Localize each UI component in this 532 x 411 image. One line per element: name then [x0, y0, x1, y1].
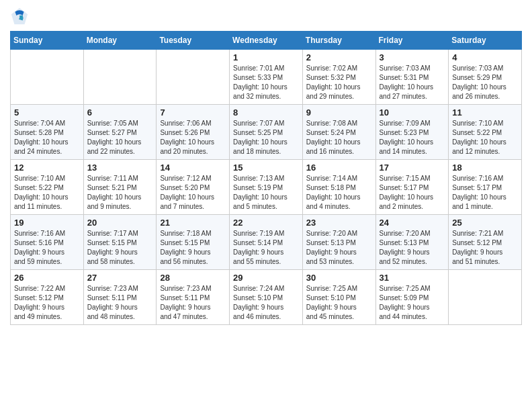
day-number: 29	[233, 273, 299, 283]
calendar-cell: 30Sunrise: 7:25 AM Sunset: 5:10 PM Dayli…	[302, 270, 375, 325]
day-info: Sunrise: 7:14 AM Sunset: 5:18 PM Dayligh…	[306, 174, 372, 212]
calendar-cell: 26Sunrise: 7:22 AM Sunset: 5:12 PM Dayli…	[11, 270, 84, 325]
day-number: 19	[14, 218, 80, 228]
day-number: 2	[306, 52, 372, 62]
calendar-cell: 18Sunrise: 7:16 AM Sunset: 5:17 PM Dayli…	[449, 160, 522, 215]
day-info: Sunrise: 7:23 AM Sunset: 5:11 PM Dayligh…	[160, 284, 226, 322]
calendar-cell: 17Sunrise: 7:15 AM Sunset: 5:17 PM Dayli…	[375, 160, 449, 215]
day-number: 23	[306, 218, 372, 228]
calendar-cell	[11, 50, 84, 105]
day-info: Sunrise: 7:03 AM Sunset: 5:31 PM Dayligh…	[380, 64, 445, 101]
day-number: 15	[233, 163, 299, 173]
day-info: Sunrise: 7:09 AM Sunset: 5:23 PM Dayligh…	[380, 119, 445, 156]
calendar-week-row: 12Sunrise: 7:10 AM Sunset: 5:22 PM Dayli…	[11, 160, 522, 215]
calendar-table: SundayMondayTuesdayWednesdayThursdayFrid…	[10, 31, 522, 325]
logo	[10, 7, 32, 26]
day-info: Sunrise: 7:16 AM Sunset: 5:16 PM Dayligh…	[14, 229, 80, 267]
day-number: 13	[87, 163, 153, 173]
calendar-cell: 19Sunrise: 7:16 AM Sunset: 5:16 PM Dayli…	[11, 215, 84, 270]
day-info: Sunrise: 7:01 AM Sunset: 5:33 PM Dayligh…	[233, 64, 299, 101]
day-number: 17	[380, 163, 445, 173]
day-info: Sunrise: 7:08 AM Sunset: 5:24 PM Dayligh…	[306, 119, 372, 156]
day-info: Sunrise: 7:02 AM Sunset: 5:32 PM Dayligh…	[306, 64, 372, 101]
weekday-header-thursday: Thursday	[302, 32, 375, 50]
weekday-header-row: SundayMondayTuesdayWednesdayThursdayFrid…	[11, 32, 522, 50]
weekday-header-tuesday: Tuesday	[157, 32, 230, 50]
day-info: Sunrise: 7:11 AM Sunset: 5:21 PM Dayligh…	[87, 174, 153, 212]
calendar-cell: 21Sunrise: 7:18 AM Sunset: 5:15 PM Dayli…	[157, 215, 230, 270]
day-info: Sunrise: 7:15 AM Sunset: 5:17 PM Dayligh…	[380, 174, 445, 212]
weekday-header-saturday: Saturday	[449, 32, 522, 50]
day-number: 1	[233, 52, 299, 62]
calendar-cell: 13Sunrise: 7:11 AM Sunset: 5:21 PM Dayli…	[83, 160, 157, 215]
day-number: 27	[87, 273, 153, 283]
day-number: 11	[452, 107, 518, 118]
calendar-cell	[449, 270, 522, 325]
day-number: 7	[160, 107, 226, 118]
calendar-week-row: 19Sunrise: 7:16 AM Sunset: 5:16 PM Dayli…	[11, 215, 522, 270]
header	[10, 7, 522, 26]
day-number: 24	[380, 218, 445, 228]
calendar-cell: 10Sunrise: 7:09 AM Sunset: 5:23 PM Dayli…	[375, 105, 449, 160]
calendar-cell: 4Sunrise: 7:03 AM Sunset: 5:29 PM Daylig…	[449, 50, 522, 105]
calendar-cell	[83, 50, 157, 105]
calendar-cell: 27Sunrise: 7:23 AM Sunset: 5:11 PM Dayli…	[83, 270, 157, 325]
calendar-cell: 29Sunrise: 7:24 AM Sunset: 5:10 PM Dayli…	[230, 270, 303, 325]
day-info: Sunrise: 7:16 AM Sunset: 5:17 PM Dayligh…	[452, 174, 518, 212]
day-number: 9	[306, 107, 372, 118]
day-number: 3	[380, 52, 445, 62]
day-info: Sunrise: 7:18 AM Sunset: 5:15 PM Dayligh…	[160, 229, 226, 267]
day-info: Sunrise: 7:07 AM Sunset: 5:25 PM Dayligh…	[233, 119, 299, 156]
day-info: Sunrise: 7:20 AM Sunset: 5:13 PM Dayligh…	[306, 229, 372, 267]
day-info: Sunrise: 7:12 AM Sunset: 5:20 PM Dayligh…	[160, 174, 226, 212]
day-info: Sunrise: 7:13 AM Sunset: 5:19 PM Dayligh…	[233, 174, 299, 212]
day-info: Sunrise: 7:25 AM Sunset: 5:10 PM Dayligh…	[306, 284, 372, 322]
logo-icon	[10, 7, 29, 26]
calendar-cell: 15Sunrise: 7:13 AM Sunset: 5:19 PM Dayli…	[230, 160, 303, 215]
day-number: 21	[160, 218, 226, 228]
day-info: Sunrise: 7:05 AM Sunset: 5:27 PM Dayligh…	[87, 119, 153, 156]
calendar-cell: 5Sunrise: 7:04 AM Sunset: 5:28 PM Daylig…	[11, 105, 84, 160]
day-number: 8	[233, 107, 299, 118]
day-number: 5	[14, 107, 80, 118]
calendar-cell: 14Sunrise: 7:12 AM Sunset: 5:20 PM Dayli…	[157, 160, 230, 215]
calendar-cell: 28Sunrise: 7:23 AM Sunset: 5:11 PM Dayli…	[157, 270, 230, 325]
day-info: Sunrise: 7:17 AM Sunset: 5:15 PM Dayligh…	[87, 229, 153, 267]
calendar-cell: 16Sunrise: 7:14 AM Sunset: 5:18 PM Dayli…	[302, 160, 375, 215]
day-info: Sunrise: 7:24 AM Sunset: 5:10 PM Dayligh…	[233, 284, 299, 322]
calendar-page: SundayMondayTuesdayWednesdayThursdayFrid…	[0, 0, 532, 335]
day-info: Sunrise: 7:25 AM Sunset: 5:09 PM Dayligh…	[380, 284, 445, 322]
day-number: 14	[160, 163, 226, 173]
day-info: Sunrise: 7:10 AM Sunset: 5:22 PM Dayligh…	[14, 174, 80, 212]
day-number: 12	[14, 163, 80, 173]
calendar-cell: 9Sunrise: 7:08 AM Sunset: 5:24 PM Daylig…	[302, 105, 375, 160]
day-number: 4	[452, 52, 518, 62]
day-number: 30	[306, 273, 372, 283]
day-number: 16	[306, 163, 372, 173]
day-number: 20	[87, 218, 153, 228]
day-info: Sunrise: 7:03 AM Sunset: 5:29 PM Dayligh…	[452, 64, 518, 101]
day-info: Sunrise: 7:06 AM Sunset: 5:26 PM Dayligh…	[160, 119, 226, 156]
calendar-cell: 12Sunrise: 7:10 AM Sunset: 5:22 PM Dayli…	[11, 160, 84, 215]
calendar-cell: 6Sunrise: 7:05 AM Sunset: 5:27 PM Daylig…	[83, 105, 157, 160]
calendar-cell: 25Sunrise: 7:21 AM Sunset: 5:12 PM Dayli…	[449, 215, 522, 270]
day-number: 22	[233, 218, 299, 228]
day-info: Sunrise: 7:22 AM Sunset: 5:12 PM Dayligh…	[14, 284, 80, 322]
calendar-cell: 31Sunrise: 7:25 AM Sunset: 5:09 PM Dayli…	[375, 270, 449, 325]
day-number: 25	[452, 218, 518, 228]
day-info: Sunrise: 7:23 AM Sunset: 5:11 PM Dayligh…	[87, 284, 153, 322]
day-info: Sunrise: 7:10 AM Sunset: 5:22 PM Dayligh…	[452, 119, 518, 156]
calendar-cell: 24Sunrise: 7:20 AM Sunset: 5:13 PM Dayli…	[375, 215, 449, 270]
weekday-header-friday: Friday	[375, 32, 449, 50]
calendar-week-row: 1Sunrise: 7:01 AM Sunset: 5:33 PM Daylig…	[11, 50, 522, 105]
calendar-cell: 7Sunrise: 7:06 AM Sunset: 5:26 PM Daylig…	[157, 105, 230, 160]
weekday-header-monday: Monday	[83, 32, 157, 50]
calendar-cell: 11Sunrise: 7:10 AM Sunset: 5:22 PM Dayli…	[449, 105, 522, 160]
day-number: 18	[452, 163, 518, 173]
day-info: Sunrise: 7:19 AM Sunset: 5:14 PM Dayligh…	[233, 229, 299, 267]
calendar-cell: 1Sunrise: 7:01 AM Sunset: 5:33 PM Daylig…	[230, 50, 303, 105]
day-number: 10	[380, 107, 445, 118]
calendar-week-row: 5Sunrise: 7:04 AM Sunset: 5:28 PM Daylig…	[11, 105, 522, 160]
calendar-cell: 2Sunrise: 7:02 AM Sunset: 5:32 PM Daylig…	[302, 50, 375, 105]
day-number: 31	[380, 273, 445, 283]
